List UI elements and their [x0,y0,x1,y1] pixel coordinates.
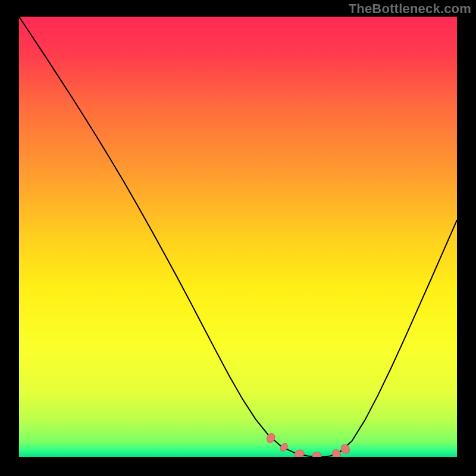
watermark-text: TheBottleneck.com [349,1,471,17]
plot-area [19,17,457,457]
chart-frame: TheBottleneck.com [0,0,476,476]
chart-svg [19,17,457,457]
